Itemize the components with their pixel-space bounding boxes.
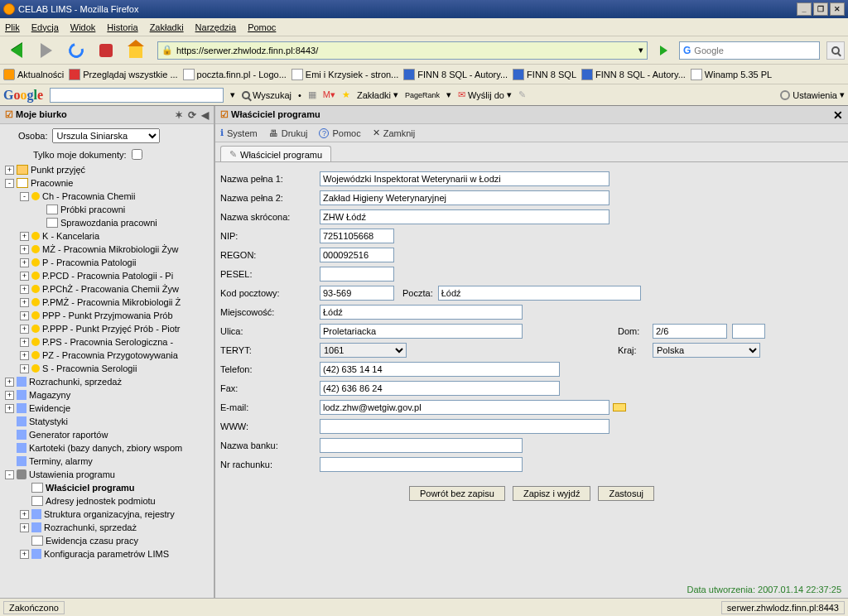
bookmark-item[interactable]: FINN 8 SQL <box>513 69 576 80</box>
tree-item[interactable]: +P.PPP - Punkt Przyjęć Prób - Piotr <box>2 322 212 335</box>
input-regon[interactable] <box>320 248 394 262</box>
select-teryt[interactable]: 1061 <box>320 343 407 358</box>
tree-item[interactable]: -Ch - Pracownia Chemii <box>2 190 212 203</box>
input-street[interactable] <box>320 324 523 339</box>
tree-item[interactable]: Generator raportów <box>2 428 212 441</box>
input-phone[interactable] <box>320 362 560 377</box>
bookmark-item[interactable]: FINN 8 SQL - Autory... <box>581 69 686 80</box>
close-button[interactable]: ✕ <box>830 2 845 16</box>
search-box[interactable]: G <box>679 41 820 60</box>
menu-print[interactable]: 🖶Drukuj <box>269 128 308 138</box>
input-email[interactable] <box>320 400 610 415</box>
input-pesel[interactable] <box>320 267 394 282</box>
tree-item[interactable]: +Punkt przyjęć <box>2 163 212 176</box>
tree-item[interactable]: +P.PCD - Pracownia Patologii - Pi <box>2 269 212 282</box>
tree-item[interactable]: Sprawozdania pracowni <box>2 216 212 229</box>
mail-icon[interactable] <box>613 403 626 411</box>
google-send[interactable]: ✉ Wyślij do▾ <box>458 89 512 100</box>
tree-item[interactable]: +P.PMŻ - Pracownia Mikrobiologii Ż <box>2 296 212 309</box>
tree-item[interactable]: Ewidencja czasu pracy <box>2 534 212 547</box>
back-button[interactable] <box>3 39 30 62</box>
input-name2[interactable] <box>320 190 610 205</box>
tree-expand-icon[interactable]: + <box>20 338 29 347</box>
tree-item[interactable]: +MŻ - Pracownia Mikrobiologii Żyw <box>2 243 212 256</box>
only-docs-checkbox[interactable] <box>132 149 142 160</box>
tree-item[interactable]: +Rozrachunki, sprzedaż <box>2 521 212 534</box>
google-bookmarks[interactable]: Zakładki▾ <box>357 89 398 100</box>
tree-expand-icon[interactable]: + <box>20 523 29 532</box>
tree-expand-icon[interactable]: - <box>5 470 14 479</box>
tree-item[interactable]: +P.PS - Pracownia Serologiczna - <box>2 335 212 349</box>
tree-expand-icon[interactable]: + <box>20 272 29 281</box>
menu-help[interactable]: Pomoc <box>248 22 276 32</box>
tree-expand-icon[interactable]: + <box>20 232 29 241</box>
menu-history[interactable]: Historia <box>107 22 137 32</box>
tree-expand-icon[interactable]: + <box>20 550 29 559</box>
tab-owner[interactable]: ✎Właściciel programu <box>220 146 331 162</box>
tree-item[interactable]: +Ewidencje <box>2 402 212 415</box>
osoba-select[interactable]: Urszula Siniarska <box>52 128 160 143</box>
tree-item[interactable]: Adresy jednostek podmiotu <box>2 494 212 508</box>
back-button[interactable]: Powrót bez zapisu <box>409 486 505 501</box>
tree-item[interactable]: +S - Pracownia Serologii <box>2 362 212 375</box>
select-country[interactable]: Polska <box>653 343 760 358</box>
url-bar[interactable]: 🔒 https://serwer.zhwlodz.finn.pl:8443/ ▾ <box>157 41 648 60</box>
stop-button[interactable] <box>93 39 119 62</box>
bookmark-item[interactable]: FINN 8 SQL - Autory... <box>403 69 508 80</box>
input-account[interactable] <box>320 457 523 472</box>
google-pagerank[interactable]: PageRank <box>405 91 440 99</box>
dropdown-icon[interactable]: ▾ <box>230 89 235 100</box>
google-search-button[interactable]: Wyszukaj <box>242 90 292 100</box>
menu-system[interactable]: ℹSystem <box>220 128 258 138</box>
tree-item[interactable]: +Magazyny <box>2 388 212 402</box>
input-house2[interactable] <box>732 324 765 339</box>
tree-item[interactable]: -Ustawienia programu <box>2 468 212 481</box>
reload-button[interactable] <box>63 39 89 62</box>
menu-tools[interactable]: Narzędzia <box>195 22 237 32</box>
save-button[interactable]: Zapisz i wyjdź <box>513 486 590 501</box>
tree-item[interactable]: +Konfiguracja parametrów LIMS <box>2 547 212 561</box>
tree-expand-icon[interactable]: + <box>20 325 29 334</box>
minimize-button[interactable]: _ <box>797 2 812 16</box>
input-post[interactable] <box>438 286 641 301</box>
bookmark-item[interactable]: Winamp 5.35 PL <box>691 69 772 80</box>
input-short[interactable] <box>320 209 610 224</box>
tree-expand-icon[interactable]: - <box>20 192 29 201</box>
content-close-button[interactable]: ✕ <box>833 108 843 122</box>
tree-expand-icon[interactable]: + <box>20 351 29 360</box>
search-go-button[interactable] <box>826 41 845 60</box>
menu-close[interactable]: ✕Zamknij <box>373 128 416 138</box>
menu-bookmarks[interactable]: Zakładki <box>150 22 184 32</box>
tree-item[interactable]: Kartoteki (bazy danych, zbiory wspom <box>2 441 212 455</box>
tree-item[interactable]: Terminy, alarmy <box>2 455 212 468</box>
search-input[interactable] <box>694 46 816 55</box>
url-dropdown-icon[interactable]: ▾ <box>638 45 643 55</box>
tree-expand-icon[interactable]: + <box>20 510 29 519</box>
input-www[interactable] <box>320 419 610 434</box>
tree-item[interactable]: +PZ - Pracownia Przygotowywania <box>2 349 212 362</box>
input-nip[interactable] <box>320 229 394 243</box>
sidebar-tool-icon[interactable]: ✶ <box>175 109 183 121</box>
tree-expand-icon[interactable]: + <box>20 285 29 294</box>
bookmark-item[interactable]: poczta.finn.pl - Logo... <box>183 69 287 80</box>
tree-expand-icon[interactable]: + <box>5 404 14 413</box>
input-city[interactable] <box>320 305 523 320</box>
sidebar-tool-icon[interactable]: ◀ <box>201 109 209 121</box>
menu-help[interactable]: ?Pomoc <box>319 128 360 138</box>
tree-item[interactable]: Statystyki <box>2 415 212 428</box>
input-house[interactable] <box>653 324 727 339</box>
input-name1[interactable] <box>320 171 610 186</box>
forward-button[interactable] <box>33 39 60 62</box>
tree-expand-icon[interactable]: + <box>5 166 14 175</box>
apply-button[interactable]: Zastosuj <box>598 486 654 501</box>
tree-item[interactable]: +P.PChŻ - Pracowania Chemii Żyw <box>2 282 212 296</box>
tree-expand-icon[interactable]: + <box>20 311 29 320</box>
tree-expand-icon[interactable]: - <box>5 179 14 188</box>
tree-expand-icon[interactable]: + <box>5 378 14 387</box>
input-zip[interactable] <box>320 286 394 301</box>
tree-expand-icon[interactable]: + <box>20 258 29 267</box>
tree-item[interactable]: +Rozrachunki, sprzedaż <box>2 375 212 388</box>
tree-expand-icon[interactable]: + <box>20 245 29 254</box>
tree-item[interactable]: +Struktura organizacyjna, rejestry <box>2 508 212 521</box>
bookmark-item[interactable]: Aktualności <box>3 69 64 80</box>
